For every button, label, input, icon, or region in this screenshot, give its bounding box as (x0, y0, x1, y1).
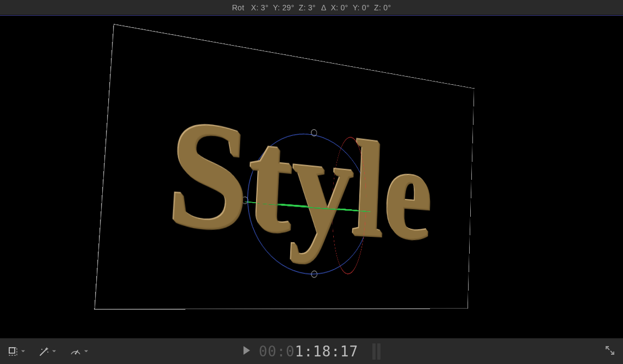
rot-label: Rot (232, 3, 245, 12)
viewer-toolbar: 00:01:18:17 (0, 338, 623, 364)
retime-menu-button[interactable] (70, 344, 89, 359)
timecode-leading: 00:0 (259, 343, 295, 360)
enhance-menu-button[interactable] (39, 344, 57, 359)
audio-meter-r (377, 343, 381, 360)
rot-z-value: Z: 3° (299, 3, 316, 12)
fullscreen-icon (605, 348, 615, 357)
delta-x-value: X: 0° (331, 3, 348, 12)
viewer-canvas[interactable]: Style (0, 15, 623, 338)
audio-meter-l (372, 343, 376, 360)
chevron-down-icon (84, 349, 89, 354)
svg-rect-0 (9, 348, 17, 355)
svg-point-2 (41, 349, 42, 350)
delta-z-value: Z: 0° (374, 3, 391, 12)
delta-y-value: Y: 0° (353, 3, 370, 12)
svg-point-3 (47, 352, 48, 353)
chevron-down-icon (52, 349, 57, 354)
crop-menu-button[interactable] (8, 344, 26, 359)
play-button[interactable] (242, 346, 251, 357)
fullscreen-button[interactable] (605, 345, 615, 358)
audio-level-meters (372, 343, 381, 360)
svg-rect-1 (9, 348, 15, 353)
magic-wand-icon (39, 346, 49, 357)
rot-x-value: X: 3° (251, 3, 269, 12)
rot-y-value: Y: 29° (273, 3, 294, 12)
speedometer-icon (70, 346, 82, 357)
selection-bounding-box[interactable]: Style (94, 24, 474, 310)
timecode-value: 1:18:17 (295, 343, 359, 360)
rotation-info-bar: Rot X: 3° Y: 29° Z: 3° Δ X: 0° Y: 0° Z: … (0, 0, 623, 15)
chevron-down-icon (21, 349, 26, 354)
svg-point-5 (75, 353, 77, 354)
timecode-display[interactable]: 00:01:18:17 (259, 343, 358, 360)
crop-icon (8, 346, 18, 357)
delta-symbol: Δ (321, 3, 327, 12)
